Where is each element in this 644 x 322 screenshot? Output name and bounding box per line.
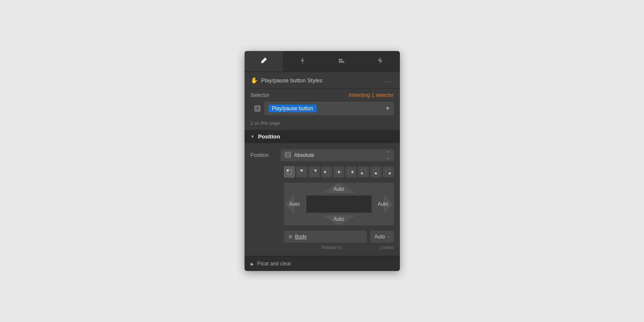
align-mc[interactable] (333, 166, 345, 178)
svg-rect-23 (375, 172, 377, 175)
svg-rect-17 (338, 171, 340, 173)
svg-point-2 (342, 61, 345, 63)
position-section-title: Position (258, 133, 280, 140)
svg-rect-11 (301, 169, 303, 172)
pos-left: Auto (284, 200, 305, 208)
position-trbl-box: Auto Auto Auto (284, 183, 394, 226)
position-section-header[interactable]: ▼ Position (245, 130, 400, 143)
svg-rect-8 (287, 153, 289, 156)
on-this-page: 1 on this page (245, 119, 400, 130)
pos-top-value[interactable]: Auto (331, 185, 347, 193)
zindex-value: Auto (375, 234, 385, 240)
align-mr[interactable] (345, 166, 357, 178)
panel-header: ✋ Play/pause button Styles ... (245, 72, 400, 89)
relative-zindex-labels: Relative to z-Index (284, 244, 394, 250)
lightning-icon (377, 57, 384, 66)
svg-rect-13 (314, 169, 317, 172)
align-bl[interactable] (358, 166, 369, 178)
position-section-body: Position Absolute ⌃⌄ (245, 143, 400, 256)
align-br[interactable] (383, 166, 394, 178)
position-select-icon (285, 152, 291, 159)
pos-bottom-row: Auto (284, 213, 394, 226)
alignment-grid (284, 166, 394, 178)
panel-title: Play/pause button Styles (261, 77, 386, 84)
body-label: Body (295, 234, 307, 240)
pos-center (306, 196, 372, 213)
relative-to-label: Relative to (284, 245, 380, 250)
more-button[interactable]: ... (385, 76, 393, 84)
svg-point-4 (341, 58, 343, 60)
svg-rect-5 (255, 106, 260, 111)
pos-middle-row: Auto Auto (284, 196, 394, 213)
align-ml[interactable] (321, 166, 332, 178)
brush-icon (260, 56, 268, 67)
selector-dropdown-row: Play/pause button ▼ (245, 100, 400, 119)
pos-bottom-value[interactable]: Auto (331, 215, 347, 223)
align-tl[interactable] (284, 166, 295, 178)
position-select[interactable]: Absolute ⌃⌄ (281, 149, 394, 161)
gear-icon (299, 57, 306, 66)
styles-panel: ✋ Play/pause button Styles ... Selector … (245, 51, 400, 271)
element-badge: Play/pause button (269, 105, 317, 112)
pos-top-row: Auto (284, 183, 394, 196)
tab-brush[interactable] (245, 51, 284, 72)
tab-drops[interactable] (322, 51, 361, 72)
selector-row: Selector Inheriting 1 selector (245, 89, 400, 100)
svg-rect-25 (389, 172, 391, 175)
align-bc[interactable] (370, 166, 381, 178)
zindex-label: z-Index (380, 245, 394, 250)
align-tc[interactable] (296, 166, 307, 178)
zindex-minus: - (388, 234, 390, 240)
body-gear-icon: ⚙ (288, 234, 293, 240)
element-icon (251, 102, 264, 115)
section-collapse-icon: ▼ (251, 134, 255, 139)
svg-rect-7 (285, 152, 290, 157)
float-clear-label: Float and clear (257, 261, 291, 267)
zindex-button[interactable]: Auto - (370, 231, 394, 243)
svg-rect-19 (351, 171, 354, 173)
position-label: Position (251, 152, 281, 158)
tab-lightning[interactable] (361, 51, 400, 72)
tab-bar (245, 51, 400, 72)
selector-text: Play/pause button (264, 105, 385, 112)
svg-point-1 (341, 61, 343, 63)
svg-rect-6 (256, 107, 259, 110)
svg-point-3 (339, 58, 341, 60)
body-zindex-row: ⚙ Body Auto - (284, 231, 394, 243)
body-button[interactable]: ⚙ Body (284, 231, 367, 243)
pos-left-value[interactable]: Auto (287, 200, 302, 208)
position-select-left: Absolute (285, 152, 314, 159)
selector-label: Selector (251, 92, 269, 98)
hand-icon: ✋ (251, 77, 258, 84)
pos-right: Auto (372, 200, 394, 208)
svg-rect-21 (361, 172, 363, 175)
svg-point-0 (339, 61, 341, 63)
align-tr[interactable] (308, 166, 320, 178)
selector-dropdown[interactable]: Play/pause button ▼ (251, 102, 394, 115)
inheriting-count[interactable]: 1 selector (371, 92, 393, 98)
dropdown-arrow-icon: ▼ (385, 105, 390, 111)
position-control: Absolute ⌃⌄ (281, 149, 394, 161)
position-prop-row: Position Absolute ⌃⌄ (251, 149, 394, 161)
tab-settings[interactable] (283, 51, 322, 72)
pos-right-value[interactable]: Auto (375, 200, 391, 208)
float-clear-expand-icon: ▶ (251, 262, 254, 266)
position-value: Absolute (294, 152, 314, 158)
float-clear-row[interactable]: ▶ Float and clear (245, 256, 400, 271)
selector-inheriting: Inheriting 1 selector (349, 92, 394, 98)
svg-rect-9 (287, 169, 289, 172)
svg-rect-15 (324, 171, 326, 173)
position-select-arrow-icon: ⌃⌄ (386, 150, 390, 160)
drops-icon (338, 57, 345, 66)
